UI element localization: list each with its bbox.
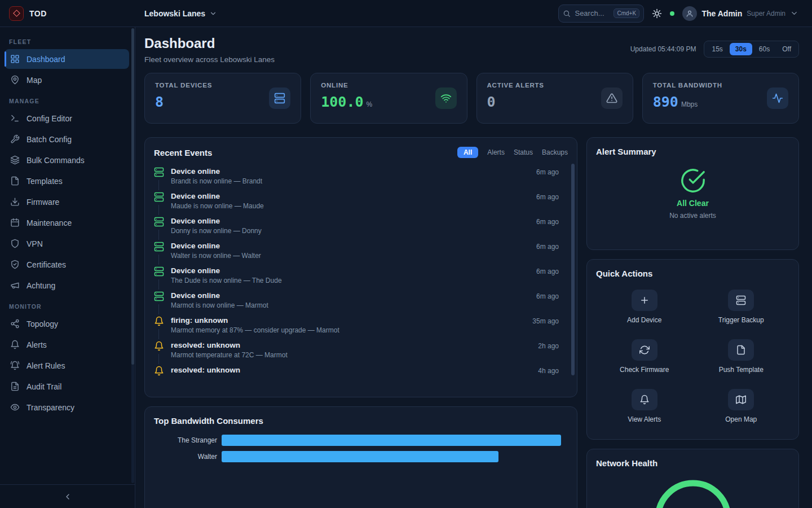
events-filter-status[interactable]: Status xyxy=(514,148,533,156)
quick-action-label: Open Map xyxy=(725,415,757,423)
event-row: Device onlineMaude is now online — Maude… xyxy=(154,189,559,213)
shield-check-icon xyxy=(10,260,20,269)
page-title: Dashboard xyxy=(144,35,275,52)
sidebar-item-alert-rules[interactable]: Alert Rules xyxy=(5,356,129,375)
event-filters: All Alerts Status Backups xyxy=(457,147,568,158)
bandwidth-row: The Stranger xyxy=(154,435,568,446)
event-title: firing: unknown xyxy=(171,316,339,325)
bandwidth-device-label: Walter xyxy=(154,453,217,461)
event-row: Device onlineThe Dude is now online — Th… xyxy=(154,263,559,288)
sidebar-item-templates[interactable]: Templates xyxy=(5,171,129,191)
sidebar-item-certificates[interactable]: Certificates xyxy=(5,255,129,274)
file-text-icon xyxy=(10,382,20,391)
stat-unit: % xyxy=(367,100,373,108)
sidebar-item-label: Firmware xyxy=(27,198,59,207)
sidebar-item-config-editor[interactable]: Config Editor xyxy=(5,108,129,128)
app-logo: TOD xyxy=(0,0,135,27)
sidebar-item-audit-trail[interactable]: Audit Trail xyxy=(5,376,129,396)
sidebar-item-transparency[interactable]: Transparency xyxy=(5,397,129,417)
stat-card-total-bandwidth: TOTAL BANDWIDTH 890Mbps xyxy=(642,73,799,124)
sidebar-item-firmware[interactable]: Firmware xyxy=(5,192,129,212)
refresh-option-off[interactable]: Off xyxy=(776,43,797,55)
theme-toggle-sun-icon[interactable] xyxy=(652,8,662,19)
server-icon xyxy=(154,167,164,177)
event-time: 6m ago xyxy=(536,192,559,210)
network-health-gauge xyxy=(651,476,735,508)
sidebar-item-achtung[interactable]: Achtung xyxy=(5,275,129,295)
network-health-title: Network Health xyxy=(596,458,789,468)
refresh-option-60s[interactable]: 60s xyxy=(753,43,775,55)
search-shortcut-badge: Cmd+K xyxy=(614,8,639,18)
alert-summary-panel: Alert Summary All Clear No active alerts xyxy=(586,137,799,250)
sidebar-item-bulk-commands[interactable]: Bulk Commands xyxy=(5,150,129,170)
event-title: Device online xyxy=(171,217,262,225)
refresh-icon xyxy=(632,339,657,361)
event-time: 6m ago xyxy=(536,242,559,260)
network-share-icon xyxy=(10,319,20,329)
bell-icon xyxy=(154,316,164,326)
sidebar-item-maintenance[interactable]: Maintenance xyxy=(5,213,129,233)
server-icon xyxy=(154,242,164,252)
search-input[interactable] xyxy=(575,9,610,17)
server-icon xyxy=(728,290,754,311)
bandwidth-bar xyxy=(222,451,498,462)
stat-label: TOTAL DEVICES xyxy=(155,82,212,89)
terminal-icon xyxy=(10,113,20,123)
bandwidth-bar xyxy=(222,435,561,446)
file-icon xyxy=(728,339,754,361)
quick-action-open-map[interactable]: Open Map xyxy=(725,389,757,423)
refresh-option-15s[interactable]: 15s xyxy=(706,43,728,55)
alert-triangle-icon xyxy=(601,87,623,109)
events-scrollbar[interactable] xyxy=(571,164,575,375)
sidebar-item-label: Dashboard xyxy=(27,55,65,64)
event-title: Device online xyxy=(171,266,282,275)
shield-icon xyxy=(10,239,20,248)
org-name: Lebowski Lanes xyxy=(144,9,205,18)
stat-card-online: ONLINE 100.0% xyxy=(310,73,467,124)
quick-action-check-firmware[interactable]: Check Firmware xyxy=(620,339,669,374)
eye-icon xyxy=(10,402,20,412)
alert-status-text: All Clear xyxy=(677,199,709,208)
quick-action-view-alerts[interactable]: View Alerts xyxy=(628,389,661,423)
chevron-down-icon xyxy=(790,9,798,17)
events-filter-all[interactable]: All xyxy=(457,147,478,158)
sidebar-item-label: VPN xyxy=(27,239,43,248)
quick-action-trigger-backup[interactable]: Trigger Backup xyxy=(718,290,764,324)
stat-label: ONLINE xyxy=(321,82,372,89)
wrench-icon xyxy=(10,134,20,144)
sidebar-item-label: Achtung xyxy=(27,281,55,290)
events-filter-backups[interactable]: Backups xyxy=(542,148,568,156)
quick-action-label: View Alerts xyxy=(628,415,661,423)
sidebar-section-monitor: MONITOR xyxy=(9,303,125,310)
event-row: firing: unknownMarmot memory at 87% — co… xyxy=(154,313,559,338)
sidebar-item-label: Batch Config xyxy=(27,135,72,144)
activity-icon xyxy=(767,87,788,109)
sidebar-item-vpn[interactable]: VPN xyxy=(5,234,129,253)
sidebar-item-label: Maintenance xyxy=(27,218,72,227)
sidebar-item-alerts[interactable]: Alerts xyxy=(5,335,129,354)
quick-action-push-template[interactable]: Push Template xyxy=(719,339,764,374)
global-search[interactable]: Cmd+K xyxy=(558,5,644,23)
quick-actions-title: Quick Actions xyxy=(596,269,789,278)
event-time: 6m ago xyxy=(536,266,559,284)
sidebar-item-map[interactable]: Map xyxy=(5,70,129,90)
quick-action-label: Trigger Backup xyxy=(718,316,764,324)
event-time: 2h ago xyxy=(538,341,559,359)
refresh-option-30s[interactable]: 30s xyxy=(730,43,752,55)
sidebar-scrollbar[interactable] xyxy=(131,28,134,483)
map-pin-icon xyxy=(10,75,20,85)
sidebar-collapse-button[interactable] xyxy=(0,484,135,508)
stat-card-total-devices: TOTAL DEVICES 8 xyxy=(144,73,301,124)
bell-icon xyxy=(154,341,164,351)
org-switcher[interactable]: Lebowski Lanes xyxy=(144,9,217,18)
recent-events-panel: Recent Events All Alerts Status Backups … xyxy=(144,137,577,397)
user-menu[interactable]: The Admin Super Admin xyxy=(682,6,798,21)
quick-action-add-device[interactable]: Add Device xyxy=(627,290,661,324)
user-name: The Admin xyxy=(701,9,742,18)
sidebar-item-batch-config[interactable]: Batch Config xyxy=(5,129,129,149)
search-icon xyxy=(563,10,571,17)
sidebar-item-dashboard[interactable]: Dashboard xyxy=(5,49,129,69)
events-filter-alerts[interactable]: Alerts xyxy=(487,148,505,156)
sidebar-item-label: Topology xyxy=(27,319,58,329)
sidebar-item-topology[interactable]: Topology xyxy=(5,314,129,334)
